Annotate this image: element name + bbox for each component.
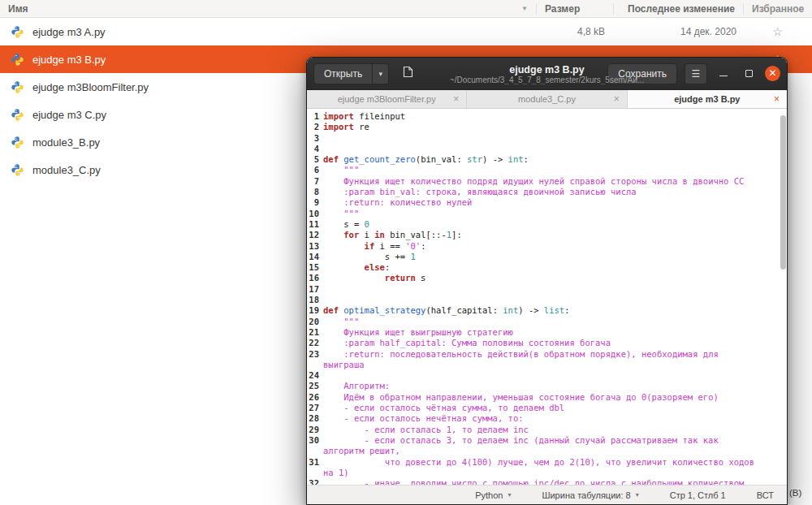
file-name: ejudge m3BloomFilter.py bbox=[32, 81, 149, 93]
line-number: 16 bbox=[307, 273, 323, 283]
code-line: 31 что довести до 4(100) лучше, чем до 2… bbox=[307, 457, 787, 479]
code-line: 20 """ bbox=[307, 317, 787, 327]
line-number: 23 bbox=[307, 349, 323, 371]
tab-label: module3_C.py bbox=[518, 94, 576, 104]
line-number: 2 bbox=[307, 122, 323, 132]
file-name: ejudge m3 C.py bbox=[32, 109, 106, 121]
code-line: 1import fileinput bbox=[307, 111, 787, 122]
file-name: ejudge m3 B.py bbox=[32, 54, 106, 66]
code-text[interactable]: - если осталась 1, то делаем inc bbox=[323, 425, 529, 435]
code-text[interactable]: - если осталась 3, то делаем inc (данный… bbox=[323, 435, 759, 457]
line-number: 21 bbox=[307, 327, 323, 338]
code-line: 2import re bbox=[307, 122, 787, 132]
code-text[interactable]: - если осталось нечётная сумма, то: bbox=[323, 413, 524, 424]
sort-chevron-icon[interactable]: ▼ bbox=[521, 5, 528, 12]
star-icon[interactable]: ☆ bbox=[772, 25, 783, 38]
code-lines: 1import fileinput2import re345def get_co… bbox=[307, 111, 787, 485]
tab-width-label: Ширина табуляции: 8 bbox=[542, 490, 630, 500]
file-row[interactable]: ejudge m3 A.py4,8 kB14 дек. 2020☆ bbox=[0, 18, 812, 45]
column-header-favorite[interactable]: Избранное bbox=[743, 3, 812, 15]
code-text[interactable]: :param half_capital: Сумма половины сост… bbox=[323, 338, 611, 348]
language-selector[interactable]: Python ▾ bbox=[475, 490, 511, 500]
chevron-down-icon[interactable]: ▾ bbox=[372, 64, 388, 84]
code-text[interactable]: for i in bin_val[::-1]: bbox=[323, 230, 462, 240]
new-document-button[interactable] bbox=[397, 63, 418, 84]
line-number: 15 bbox=[307, 262, 323, 273]
close-icon[interactable]: × bbox=[614, 93, 620, 105]
code-text[interactable]: return s bbox=[323, 273, 425, 283]
line-number: 8 bbox=[307, 187, 323, 197]
code-text[interactable]: if i == '0': bbox=[323, 241, 425, 252]
code-line: 5def get_count_zero(bin_val: str) -> int… bbox=[307, 154, 787, 165]
code-text[interactable]: Алгоритм: bbox=[323, 381, 390, 391]
code-text[interactable]: else: bbox=[323, 262, 390, 273]
language-label: Python bbox=[475, 490, 503, 500]
menu-button[interactable]: ☰ bbox=[685, 63, 707, 84]
code-text[interactable]: """ bbox=[323, 209, 359, 219]
line-number: 9 bbox=[307, 197, 323, 208]
code-text[interactable]: что довести до 4(100) лучше, чем до 2(10… bbox=[323, 457, 759, 479]
line-number: 11 bbox=[307, 219, 323, 230]
editor-tab[interactable]: ejudge m3BloomFilter.py× bbox=[307, 90, 467, 108]
code-text[interactable]: s = 0 bbox=[323, 219, 369, 230]
line-number: 22 bbox=[307, 338, 323, 348]
code-text[interactable]: Функция ищет выигрышную стратегию bbox=[323, 327, 513, 338]
code-text[interactable]: :return: количество нулей bbox=[323, 197, 472, 208]
open-button[interactable]: Открыть ▾ bbox=[313, 63, 389, 84]
editor-tab[interactable]: module3_C.py× bbox=[467, 90, 627, 108]
line-number: 7 bbox=[307, 176, 323, 187]
scrollbar-thumb[interactable] bbox=[780, 115, 786, 270]
code-text[interactable]: - иначе, доводим число с помощью inc/dec… bbox=[323, 478, 744, 485]
editor-tab[interactable]: ejudge m3 B.py× bbox=[628, 90, 787, 108]
line-number: 4 bbox=[307, 144, 323, 154]
cursor-position: Стр 1, Стлб 1 bbox=[670, 490, 726, 500]
line-number: 1 bbox=[307, 111, 323, 122]
line-number: 6 bbox=[307, 165, 323, 175]
close-icon[interactable]: × bbox=[453, 93, 459, 105]
code-text[interactable]: def get_count_zero(bin_val: str) -> int: bbox=[323, 154, 529, 165]
maximize-icon bbox=[745, 70, 753, 77]
line-number: 3 bbox=[307, 133, 323, 144]
insert-mode-toggle[interactable]: ВСТ bbox=[757, 490, 774, 500]
code-text[interactable]: :param bin_val: строка, являющаяся двоич… bbox=[323, 187, 637, 197]
code-text[interactable]: - если осталось чётная сумма, то делаем … bbox=[323, 403, 564, 413]
code-line: 27 - если осталось чётная сумма, то дела… bbox=[307, 403, 787, 413]
open-button-label[interactable]: Открыть bbox=[314, 64, 372, 84]
line-number: 20 bbox=[307, 317, 323, 327]
code-line: 3 bbox=[307, 133, 787, 144]
minimize-button[interactable] bbox=[715, 65, 732, 83]
close-button[interactable]: ✕ bbox=[765, 66, 780, 81]
code-line: 26 Идём в обратном направлении, уменьшая… bbox=[307, 392, 787, 403]
code-text[interactable]: Идём в обратном направлении, уменьшая со… bbox=[323, 392, 719, 403]
code-text[interactable]: Функция ищет количество подряд идущих ну… bbox=[323, 176, 744, 187]
code-line: 30 - если осталась 3, то делаем inc (дан… bbox=[307, 435, 787, 457]
code-text[interactable]: import re bbox=[323, 122, 369, 132]
code-text[interactable]: s += 1 bbox=[323, 252, 416, 262]
code-line: 24 bbox=[307, 370, 787, 381]
column-header-size[interactable]: Размер bbox=[536, 3, 613, 15]
minimize-icon bbox=[719, 76, 728, 76]
tab-width-selector[interactable]: Ширина табуляции: 8 ▾ bbox=[542, 490, 638, 500]
line-number: 19 bbox=[307, 305, 323, 316]
code-area[interactable]: 1import fileinput2import re345def get_co… bbox=[307, 109, 787, 485]
close-icon[interactable]: × bbox=[774, 93, 780, 105]
maximize-button[interactable] bbox=[740, 65, 758, 83]
code-line: 25 Алгоритм: bbox=[307, 381, 787, 391]
code-text[interactable]: """ bbox=[323, 317, 359, 327]
file-list-header: Имя ▼ Размер Последнее изменение Избранн… bbox=[0, 0, 812, 18]
line-number: 18 bbox=[307, 295, 323, 305]
column-header-name[interactable]: Имя ▼ bbox=[0, 3, 536, 15]
editor-window: Открыть ▾ ejudge m3 B.py ~/Documents/3_4… bbox=[306, 57, 788, 505]
code-text[interactable]: """ bbox=[323, 165, 359, 175]
window-title-block: ejudge m3 B.py ~/Documents/3_4_5_7_8_sem… bbox=[450, 63, 644, 84]
code-text[interactable]: :return: последовательность действий(в о… bbox=[323, 349, 759, 371]
column-header-modified[interactable]: Последнее изменение bbox=[613, 3, 743, 15]
insert-mode-label: ВСТ bbox=[757, 490, 774, 500]
code-line: 4 bbox=[307, 144, 787, 154]
code-line: 17 bbox=[307, 284, 787, 295]
code-text[interactable]: def optimal_strategy(half_capital: int) … bbox=[323, 305, 569, 316]
editor-titlebar: Открыть ▾ ejudge m3 B.py ~/Documents/3_4… bbox=[307, 58, 787, 90]
code-text[interactable]: import fileinput bbox=[323, 111, 405, 122]
code-line: 12 for i in bin_val[::-1]: bbox=[307, 230, 787, 240]
line-number: 10 bbox=[307, 209, 323, 219]
